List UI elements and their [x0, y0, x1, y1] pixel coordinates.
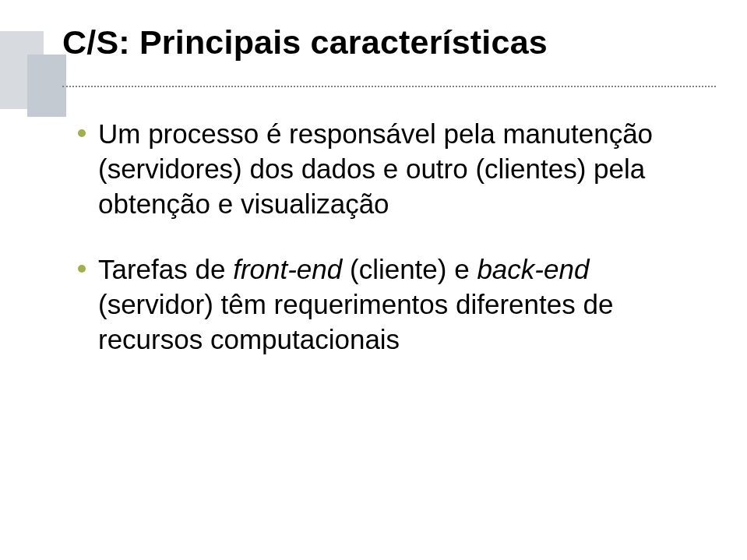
- bullet-text-emph: back-end: [477, 254, 589, 284]
- bullet-text-part: Tarefas de: [98, 254, 233, 284]
- bullet-dot-icon: [78, 129, 86, 137]
- bullet-dot-icon: [78, 265, 86, 273]
- slide-content: Um processo é responsável pela manutençã…: [78, 117, 700, 389]
- deco-rect-2: [27, 55, 66, 117]
- slide: C/S: Principais características Um proce…: [0, 0, 747, 560]
- bullet-item: Um processo é responsável pela manutençã…: [78, 117, 700, 221]
- bullet-item: Tarefas de front-end (cliente) e back-en…: [78, 252, 700, 357]
- bullet-text-part: (cliente) e: [342, 254, 477, 284]
- bullet-text-emph: front-end: [233, 254, 342, 284]
- bullet-text: Um processo é responsável pela manutençã…: [98, 117, 700, 221]
- bullet-text-part: (servidor) têm requerimentos diferentes …: [98, 289, 613, 354]
- title-divider: [62, 86, 716, 87]
- bullet-text: Tarefas de front-end (cliente) e back-en…: [98, 252, 700, 357]
- slide-title: C/S: Principais características: [62, 23, 716, 62]
- corner-decoration: [0, 0, 93, 125]
